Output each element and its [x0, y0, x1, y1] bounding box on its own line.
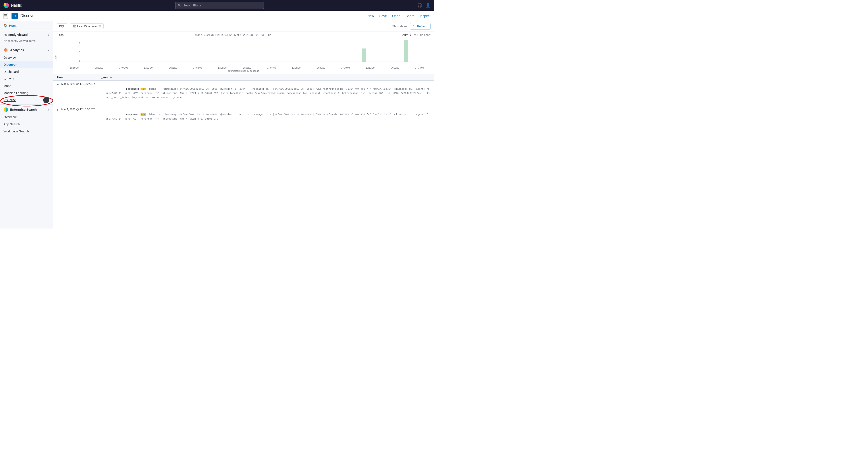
top-bar-actions: 🎧 👤: [417, 3, 430, 8]
share-button[interactable]: Share: [406, 14, 414, 18]
auto-chevron-icon: ∨: [409, 33, 411, 36]
hits-count: 3 hits: [57, 33, 64, 36]
sidebar-item-enterprise-overview[interactable]: Overview: [0, 114, 53, 121]
analytics-chevron[interactable]: ∨: [48, 49, 49, 52]
analytics-title: Analytics: [10, 48, 24, 52]
chart-header: 3 hits Mar 4, 2021 @ 16:58:30.112 - Mar …: [57, 33, 430, 36]
app-title: Discover: [20, 13, 36, 18]
chart-svg-wrapper: Count 0 1 2: [57, 37, 430, 69]
refresh-icon: ↻: [413, 25, 415, 28]
sidebar: 🏠 Home Recently viewed ∨ No recently vie…: [0, 21, 53, 228]
recently-viewed-section: Recently viewed ∨: [0, 30, 53, 38]
app-header-bar: ☰ D Discover New Save Open Share Inspect: [0, 11, 434, 21]
svg-rect-8: [362, 49, 366, 62]
inspect-button[interactable]: Inspect: [420, 14, 430, 18]
save-button[interactable]: Save: [379, 14, 387, 18]
sidebar-item-discover[interactable]: Discover: [0, 61, 53, 68]
analytics-section-header: Analytics ∨: [0, 45, 53, 54]
refresh-button[interactable]: ↻ Refresh: [410, 23, 430, 29]
home-icon: 🏠: [4, 24, 7, 27]
enterprise-icon: [4, 108, 8, 112]
table-row-main: ▶ Mar 4, 2021 @ 17:13:06.870 response: 4…: [53, 106, 434, 127]
analytics-icon: [4, 48, 8, 52]
results-table: Time ↓ _source ▶ Mar 4, 2021 @ 17:13:07.…: [53, 74, 434, 228]
refresh-label: Refresh: [417, 25, 427, 28]
app-badge: D: [11, 13, 18, 19]
timestamp-cell: Mar 4, 2021 @ 17:13:06.870: [61, 108, 103, 111]
sort-icon: ↓: [64, 75, 66, 79]
response-highlight: 404: [141, 113, 146, 116]
expand-row-button[interactable]: ▶: [57, 108, 59, 111]
hide-chart-label: Hide chart: [417, 33, 430, 36]
header-action-buttons: New Save Open Share Inspect: [367, 14, 430, 18]
open-button[interactable]: Open: [392, 14, 400, 18]
sidebar-item-maps[interactable]: Maps: [0, 82, 53, 89]
global-search-bar[interactable]: 🔍 Search Elastic: [175, 2, 264, 9]
response-highlight: 404: [141, 88, 146, 90]
pencil-icon: ✏: [414, 33, 416, 36]
source-cell: response: 404 ident: - timestamp: 04/Mar…: [105, 108, 430, 125]
show-dates-button[interactable]: Show dates: [393, 25, 407, 28]
main-content: KQL 📅 Last 15 minutes ∨ Show dates ↻ Ref…: [53, 21, 434, 228]
analytics-title-group: Analytics: [4, 48, 24, 52]
new-button[interactable]: New: [367, 14, 374, 18]
svg-text:0: 0: [79, 60, 81, 62]
time-picker-button[interactable]: 📅 Last 15 minutes ∨: [70, 24, 103, 29]
histogram-chart-area: 3 hits Mar 4, 2021 @ 16:58:30.112 - Mar …: [53, 31, 434, 74]
enterprise-search-section-header: Enterprise Search ∨: [0, 104, 53, 114]
search-placeholder: Search Elastic: [183, 4, 202, 7]
hamburger-menu-button[interactable]: ☰: [4, 13, 8, 19]
y-axis-label: Count: [54, 55, 57, 61]
recently-viewed-empty: No recently viewed items: [0, 38, 53, 45]
svg-rect-9: [404, 40, 408, 62]
sidebar-home-link[interactable]: 🏠 Home: [0, 21, 53, 30]
main-layout: 🏠 Home Recently viewed ∨ No recently vie…: [0, 21, 434, 228]
sidebar-item-dashboard[interactable]: Dashboard: [0, 68, 53, 75]
table-row-main: ▶ Mar 4, 2021 @ 17:13:07.876 response: 4…: [53, 81, 434, 106]
kql-toggle-button[interactable]: KQL: [57, 24, 67, 29]
support-icon[interactable]: 🎧: [417, 3, 422, 8]
recently-viewed-chevron[interactable]: ∨: [48, 33, 49, 36]
source-cell: response: 404 ident: - timestamp: 04/Mar…: [105, 82, 430, 104]
elastic-logo[interactable]: elastic: [4, 3, 22, 8]
global-search-wrapper: 🔍 Search Elastic: [25, 2, 414, 9]
timestamp-cell: Mar 4, 2021 @ 17:13:07.876: [61, 82, 103, 86]
recently-viewed-title: Recently viewed: [4, 33, 28, 36]
enterprise-title: Enterprise Search: [10, 108, 37, 111]
hide-chart-button[interactable]: ✏ Hide chart: [414, 33, 430, 36]
expand-row-button[interactable]: ▶: [57, 83, 59, 86]
sidebar-item-visualize[interactable]: Visualize: [0, 96, 53, 103]
enterprise-chevron[interactable]: ∨: [48, 108, 49, 111]
sidebar-item-workplace-search[interactable]: Workplace Search: [0, 128, 53, 135]
sidebar-home-label: Home: [9, 24, 17, 27]
query-toolbar: KQL 📅 Last 15 minutes ∨ Show dates ↻ Ref…: [53, 21, 434, 31]
calendar-icon: 📅: [72, 25, 76, 28]
top-navigation-bar: elastic 🔍 Search Elastic 🎧 👤: [0, 0, 434, 11]
visualize-indicator: [43, 97, 49, 103]
chart-time-range: Mar 4, 2021 @ 16:58:30.112 - Mar 4, 2021…: [66, 33, 400, 36]
source-column-header: _source: [101, 75, 430, 79]
elastic-logo-text: elastic: [11, 3, 22, 8]
results-table-header: Time ↓ _source: [53, 74, 434, 81]
histogram-svg: 0 1 2: [63, 37, 430, 66]
sidebar-item-machine-learning[interactable]: Machine Learning: [0, 89, 53, 96]
enterprise-title-group: Enterprise Search: [4, 108, 37, 112]
chevron-down-icon: ∨: [99, 25, 101, 28]
visualize-label: Visualize: [4, 98, 16, 102]
svg-text:2: 2: [79, 42, 81, 44]
search-icon: 🔍: [178, 4, 182, 7]
user-icon[interactable]: 👤: [426, 3, 430, 8]
sidebar-item-overview[interactable]: Overview: [0, 54, 53, 61]
auto-interval-select[interactable]: Auto ∨: [402, 33, 411, 36]
chart-x-labels: 16:59:00 17:00:00 17:01:00 17:02:00 17:0…: [63, 67, 430, 69]
sidebar-item-app-search[interactable]: App Search: [0, 121, 53, 128]
auto-label: Auto: [402, 33, 408, 36]
svg-text:1: 1: [79, 51, 81, 53]
time-column-header[interactable]: Time ↓: [57, 75, 101, 79]
chart-subtitle: @timestamp per 30 seconds: [57, 69, 430, 72]
elastic-logo-icon: [4, 3, 9, 8]
sidebar-item-canvas[interactable]: Canvas: [0, 75, 53, 82]
time-range-label: Last 15 minutes: [77, 25, 98, 28]
table-row: ▶ Mar 4, 2021 @ 17:13:07.876 response: 4…: [53, 81, 434, 106]
table-row: ▶ Mar 4, 2021 @ 17:13:06.870 response: 4…: [53, 106, 434, 127]
